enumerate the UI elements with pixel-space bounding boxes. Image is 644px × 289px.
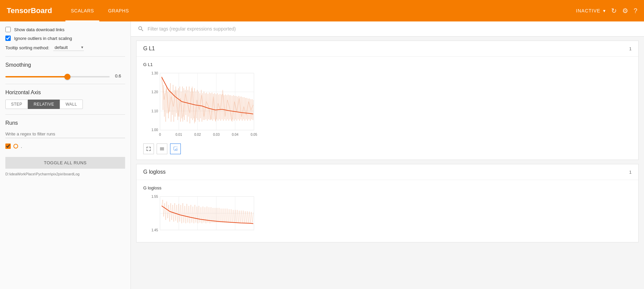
tooltip-select[interactable]: default descending ascending nearest — [53, 44, 84, 51]
ignore-outliers-label: Ignore outliers in chart scaling — [14, 36, 72, 41]
nav-graphs[interactable]: GRAPHS — [103, 0, 134, 21]
ignore-outliers-checkbox[interactable] — [5, 36, 11, 41]
lines-icon — [159, 146, 165, 152]
chart-section-glogloss-title: G logloss — [143, 169, 166, 175]
svg-text:1.45: 1.45 — [152, 228, 158, 232]
chart-section-gl1-header: G L1 1 — [137, 41, 638, 57]
main-content: G L1 1 G L1 — [131, 21, 644, 289]
chart-section-glogloss-header: G logloss 1 — [137, 164, 638, 180]
dropdown-arrow-icon: ▾ — [603, 8, 606, 13]
axis-wall-btn[interactable]: WALL — [60, 100, 83, 109]
svg-text:0: 0 — [159, 133, 161, 136]
refresh-icon[interactable]: ↻ — [611, 7, 617, 15]
svg-text:1.55: 1.55 — [152, 195, 158, 198]
runs-section: Runs . — [5, 120, 125, 149]
search-icon — [138, 25, 144, 32]
search-bar — [131, 21, 644, 37]
chart-label-glogloss: G logloss — [143, 185, 632, 190]
axis-relative-btn[interactable]: RELATIVE — [28, 100, 60, 109]
run-label: . — [21, 144, 22, 149]
chart-controls-gl1 — [143, 143, 632, 154]
svg-text:0.04: 0.04 — [232, 133, 238, 136]
smoothing-slider[interactable] — [5, 76, 110, 77]
search-input[interactable] — [148, 26, 637, 32]
chart-area-gl1: 1.30 1.20 1.10 1.00 0 0.01 0.02 0.03 0.0… — [143, 70, 251, 140]
run-checkbox[interactable] — [5, 143, 11, 149]
select-region-icon — [173, 146, 178, 152]
divider-3 — [5, 114, 125, 115]
chart-inner-glogloss: G logloss — [137, 180, 638, 242]
show-data-links-row: Show data download links — [5, 27, 125, 32]
divider-2 — [5, 84, 125, 84]
chart-section-glogloss-count: 1 — [629, 170, 632, 175]
show-data-links-label: Show data download links — [14, 27, 64, 32]
ignore-outliers-row: Ignore outliers in chart scaling — [5, 36, 125, 41]
sidebar: Show data download links Ignore outliers… — [0, 21, 131, 289]
expand-icon — [146, 146, 151, 152]
app-logo: TensorBoard — [7, 6, 52, 15]
header: TensorBoard SCALARS GRAPHS INACTIVE ▾ ↻ … — [0, 0, 644, 21]
chart-label-gl1: G L1 — [143, 62, 632, 67]
chart-section-gl1-count: 1 — [629, 46, 632, 51]
toggle-all-runs-button[interactable]: TOGGLE ALL RUNS — [5, 157, 125, 169]
smoothing-label: Smoothing — [5, 62, 125, 68]
horizontal-axis-section: Horizontal Axis STEP RELATIVE WALL — [5, 90, 125, 109]
nav-scalars[interactable]: SCALARS — [65, 0, 99, 21]
chart-area-glogloss: 1.55 1.45 — [143, 193, 251, 237]
chart-section-gl1-title: G L1 — [143, 46, 155, 52]
svg-text:1.10: 1.10 — [152, 109, 158, 113]
expand-chart-btn[interactable] — [143, 143, 154, 154]
list-item: . — [5, 143, 125, 149]
axis-buttons: STEP RELATIVE WALL — [5, 100, 125, 109]
svg-text:1.30: 1.30 — [152, 71, 158, 75]
main-nav: SCALARS GRAPHS — [65, 0, 134, 21]
smoothing-row: 0.6 — [5, 73, 125, 78]
board-log-path: D:\ideaWorkPlace\Pycharm\pix2pix\boardLo… — [5, 172, 125, 176]
smoothing-slider-container — [5, 73, 110, 78]
status-dropdown[interactable]: INACTIVE ▾ — [576, 8, 606, 13]
layout: Show data download links Ignore outliers… — [0, 21, 644, 289]
help-icon[interactable]: ? — [634, 7, 637, 15]
divider-1 — [5, 56, 125, 57]
smoothing-section: Smoothing 0.6 — [5, 62, 125, 78]
tooltip-select-wrap: default descending ascending nearest — [53, 44, 84, 51]
svg-text:1.00: 1.00 — [152, 128, 158, 132]
tooltip-sorting-row: Tooltip sorting method: default descendi… — [5, 44, 125, 51]
svg-text:1.20: 1.20 — [152, 90, 158, 94]
chart-inner-gl1: G L1 — [137, 57, 638, 160]
select-chart-btn[interactable] — [170, 143, 181, 154]
runs-filter-input[interactable] — [5, 130, 125, 138]
lines-chart-btn[interactable] — [157, 143, 167, 154]
chart-svg-gl1: 1.30 1.20 1.10 1.00 0 0.01 0.02 0.03 0.0… — [143, 70, 257, 140]
svg-text:0.01: 0.01 — [175, 133, 182, 136]
smoothing-value: 0.6 — [115, 73, 125, 78]
axis-step-btn[interactable]: STEP — [5, 100, 28, 109]
run-circle-icon — [13, 144, 18, 149]
svg-text:0.02: 0.02 — [194, 133, 201, 136]
chart-section-glogloss: G logloss 1 G logloss — [136, 164, 639, 242]
svg-text:0.03: 0.03 — [213, 133, 220, 136]
chart-svg-glogloss: 1.55 1.45 — [143, 193, 257, 237]
svg-text:0.05: 0.05 — [251, 133, 257, 136]
chart-section-gl1: G L1 1 G L1 — [136, 41, 639, 160]
status-label: INACTIVE — [576, 8, 600, 13]
horizontal-axis-title: Horizontal Axis — [5, 90, 125, 96]
runs-title: Runs — [5, 120, 125, 126]
header-right: INACTIVE ▾ ↻ ⚙ ? — [576, 7, 637, 15]
settings-icon[interactable]: ⚙ — [622, 7, 628, 15]
show-data-links-checkbox[interactable] — [5, 27, 11, 32]
tooltip-label: Tooltip sorting method: — [5, 45, 49, 50]
